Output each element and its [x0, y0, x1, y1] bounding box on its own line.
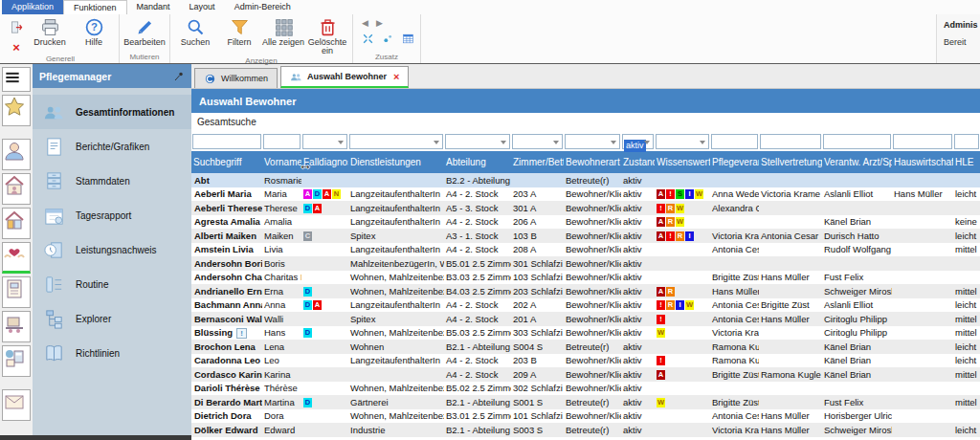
rail-button-home[interactable] — [2, 208, 31, 239]
drucken-button[interactable]: Drucken — [28, 14, 72, 47]
filter-input-suchbegriff[interactable] — [192, 134, 261, 149]
column-header-abteilung[interactable]: Abteilung — [444, 157, 511, 167]
nav-forward-icon[interactable]: ▶ — [376, 18, 383, 28]
ribbon-tab-mandant[interactable]: Mandant — [127, 0, 180, 14]
rail-button-mail[interactable] — [2, 389, 31, 421]
rail-button-logistics[interactable] — [2, 311, 31, 342]
cell-zimmer-bett: 103 Schlafzi — [511, 272, 564, 282]
table-row[interactable]: Aeberli Therese Therese DA Langzeitaufen… — [191, 201, 980, 215]
cell-stellvertretung: Hans Müller — [759, 272, 822, 282]
column-header-falldiagnose[interactable]: Falldiagnose — [301, 157, 348, 167]
sidebar-item-stammdaten[interactable]: Stammdaten — [33, 164, 191, 198]
column-header-verantw-arzt-spital[interactable]: Verantw. Arzt/Spital — [822, 157, 892, 167]
column-header-pflegeverantw[interactable]: Pflegeverantw. — [710, 157, 759, 167]
sidebar-item-routine[interactable]: Routine — [33, 267, 191, 301]
filter-select-wissenswertes[interactable] — [656, 134, 709, 149]
filter-select-zimmer-bett[interactable] — [512, 134, 563, 149]
exit-button[interactable] — [9, 19, 24, 34]
column-header-hauswirtschaft[interactable]: Hauswirtschaft — [892, 157, 953, 167]
table-row[interactable]: Di Berardo Martir Martina D Gärtnerei B2… — [191, 395, 980, 409]
doc-tab-willkommen[interactable]: Willkommen — [194, 68, 278, 88]
table-row[interactable]: Brochon Lena Lena Wohnen B2.1 - Abteilun… — [191, 340, 980, 354]
cell-zustand: aktiv — [621, 314, 655, 324]
person-icon — [3, 140, 30, 169]
cell-hle: mittel — [953, 314, 980, 324]
table-row[interactable]: Aeberli Maria Maria ADAN Langzeitaufenth… — [191, 187, 980, 202]
close-app-button[interactable]: × — [9, 39, 24, 55]
house-icon — [3, 209, 30, 238]
close-tab-icon[interactable]: × — [393, 71, 399, 82]
sidebar-item-berichte-grafiken[interactable]: Berichte/Grafiken — [33, 129, 191, 164]
sidebar-item-tagesrapport[interactable]: Tagesrapport — [33, 198, 191, 232]
filtern-button[interactable]: Filtern — [217, 14, 261, 47]
sidebar-item-explorer[interactable]: Explorer — [33, 301, 191, 336]
table-view-icon[interactable] — [402, 32, 414, 44]
table-row[interactable]: Cordasco Karina Karina A4 - 2. Stock 209… — [191, 367, 980, 382]
column-header-vorname[interactable]: Vorname — [262, 157, 301, 167]
table-row[interactable]: Bachmann Anna Anna DA Langzeitaufenthalt… — [191, 298, 980, 313]
table-row[interactable]: Dölker Edward Edward Industrie B2.1 - Ab… — [191, 423, 980, 437]
suchen-button[interactable]: Suchen — [173, 14, 217, 47]
cell-abteilung: A4 - 2. Stock — [444, 355, 511, 365]
filter-select-dienstleistungen[interactable] — [349, 134, 443, 149]
rail-button-favorites[interactable] — [2, 95, 31, 126]
filter-input-hauswirtschaft[interactable] — [893, 134, 952, 149]
table-row[interactable]: Blüssing! Hans D Wohnen, Mahlzeitenbezüg… — [191, 326, 980, 341]
ribbon-tab-layout[interactable]: Layout — [180, 0, 225, 14]
table-row[interactable]: Andrianello Erna Erna D Wohnen, Mahlzeit… — [191, 284, 980, 298]
filter-select-bewohnerart[interactable] — [565, 134, 620, 149]
filter-select-falldiagnose[interactable] — [302, 134, 347, 149]
column-header-dienstleistungen[interactable]: Dienstleistungen — [348, 157, 444, 167]
table-row[interactable]: Abt Rosmarie B2.2 - Abteilung TI Betreut… — [191, 173, 980, 187]
table-row[interactable]: Darioli Thérèse Thérèse Wohnen, Mahlzeit… — [191, 382, 980, 396]
cell-zimmer-bett: 303 Schlafzi — [511, 327, 564, 338]
filter-input-pflegeverantw[interactable] — [711, 134, 758, 149]
filter-select-abteilung[interactable] — [445, 134, 510, 149]
table-row[interactable]: Bernasconi Walli Walli Spitex A4 - 2. St… — [191, 312, 980, 326]
rail-button-finance[interactable] — [2, 345, 31, 377]
column-header-wissenswertes[interactable]: Wissenswertes — [655, 157, 710, 167]
column-header-suchbegriff[interactable]: Suchbegriff — [191, 157, 262, 167]
rail-button-forms[interactable] — [2, 276, 31, 308]
sidebar-item-gesamtinformationen[interactable]: Gesamtinformationen — [33, 95, 191, 129]
filter-input-stellvertretung[interactable] — [760, 134, 821, 149]
table-row[interactable]: Dietrich Dora Dora Wohnen, Mahlzeitenbez… — [191, 409, 980, 424]
rail-button-person[interactable] — [2, 139, 31, 170]
fit-icon[interactable] — [362, 32, 374, 44]
table-row[interactable]: Amstein Livia Livia Langzeitaufenthalter… — [191, 243, 980, 257]
hilfe-button[interactable]: ? Hilfe — [72, 14, 116, 47]
column-header-stellvertretung[interactable]: Stellvertretung — [759, 157, 822, 167]
ribbon-tab-admin-bereich[interactable]: Admin-Bereich — [225, 0, 301, 14]
gelöschte-ein-button[interactable]: Gelöschte ein — [305, 14, 349, 56]
filter-input-vorname[interactable] — [263, 134, 301, 149]
column-header-zimmer-bett[interactable]: Zimmer/Bett — [511, 157, 564, 167]
ribbon-tab-funktionen[interactable]: Funktionen — [63, 0, 127, 14]
table-row[interactable]: Alberti Maiken Maiken C Spitex A3 - 1. S… — [191, 229, 980, 243]
table-row[interactable]: Andersohn Charit Charitas M Wohnen, Mahl… — [191, 271, 980, 285]
column-header-zustand[interactable]: Zustand — [621, 157, 655, 167]
rail-button-menu[interactable] — [2, 67, 31, 92]
table-row[interactable]: Caradonna Leo Leo LangzeitaufenthalterIn… — [191, 354, 980, 368]
column-header-hle[interactable]: HLE — [953, 157, 980, 167]
global-search-label[interactable]: Gesamtsuche — [191, 113, 980, 131]
alle-zeigen-button[interactable]: Alle zeigen — [261, 14, 305, 47]
rail-button-resident-home[interactable] — [2, 173, 31, 205]
filter-input-verantw-arzt-spital[interactable] — [823, 134, 891, 149]
sidebar-item-leistungsnachweis[interactable]: Leistungsnachweis — [33, 232, 191, 267]
status-badge: D — [303, 300, 312, 310]
pin-icon[interactable] — [173, 71, 185, 82]
ribbon-tab-applikation[interactable]: Applikation — [2, 0, 63, 14]
table-row[interactable]: Agresta Amalia Amalia Langzeitaufenthalt… — [191, 215, 980, 230]
doc-tab-auswahl-bewohner[interactable]: Auswahl Bewohner × — [280, 66, 409, 88]
bearbeiten-button[interactable]: Bearbeiten — [122, 14, 167, 47]
nav-back-icon[interactable]: ◀ — [362, 18, 368, 28]
rail-button-care[interactable] — [2, 242, 31, 274]
settings-icon[interactable] — [382, 32, 394, 44]
filter-select-zustand[interactable]: aktiv — [622, 134, 654, 149]
column-header-bewohnerart[interactable]: Bewohnerart — [564, 157, 621, 167]
cell-vorname: Erna — [262, 286, 301, 297]
table-row[interactable]: Andersohn Boris Boris MahlzeitenbezügerI… — [191, 256, 980, 271]
cell-dienstleistungen: LangzeitaufenthalterIn — [348, 355, 444, 365]
filter-input-hle[interactable] — [954, 134, 979, 149]
sidebar-item-richtlinien[interactable]: Richtlinien — [33, 336, 191, 370]
